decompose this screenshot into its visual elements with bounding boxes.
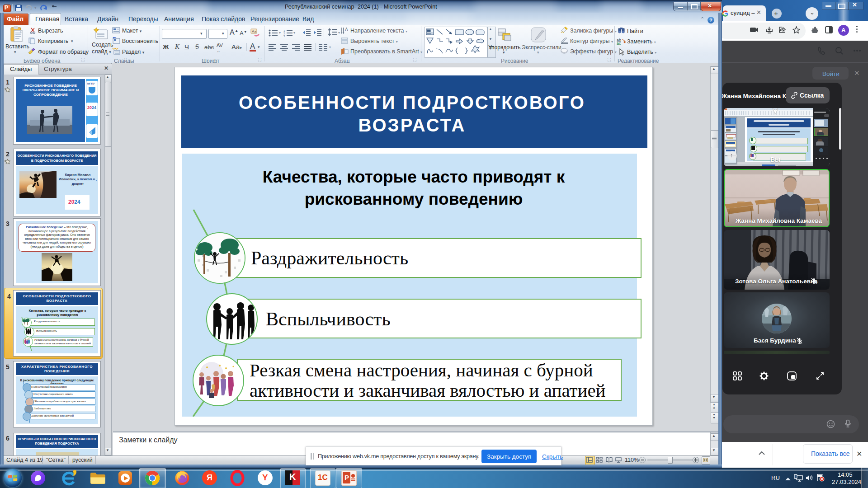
svg-text:A: A xyxy=(345,27,348,32)
svg-text:3: 3 xyxy=(283,35,285,37)
svg-text:ac: ac xyxy=(617,41,621,45)
svg-text:Аа: Аа xyxy=(252,29,256,33)
